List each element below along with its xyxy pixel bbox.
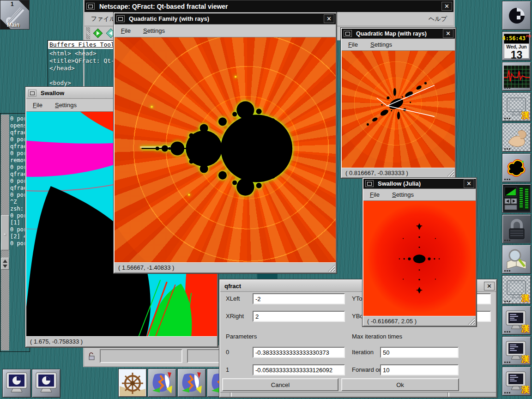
ekg-monitor-icon xyxy=(504,66,530,88)
appicon-xterm[interactable] xyxy=(32,369,60,398)
list-item: <html> <head> xyxy=(49,50,121,57)
workspace-name: Main xyxy=(7,22,19,28)
appicon-xterm[interactable] xyxy=(2,369,31,398)
kanji-glyph: 漢 xyxy=(521,293,529,303)
netscape-titlebar[interactable]: Netscape: QFract: Qt-based fractal viewe… xyxy=(85,0,453,12)
kanji-glyph: 漢 xyxy=(521,323,529,334)
dock-tile-kterm-ghost[interactable]: 漢 xyxy=(502,92,531,121)
clip-next-arrow[interactable] xyxy=(19,0,29,11)
close-icon[interactable]: ✕ xyxy=(324,14,334,23)
dock-tile-kterm[interactable]: 漢 xyxy=(502,336,531,365)
resize-grip[interactable] xyxy=(328,265,335,272)
window-menu-button[interactable] xyxy=(116,15,125,22)
workspace-number: 1 xyxy=(11,1,14,7)
julia-canvas[interactable] xyxy=(363,201,476,316)
clock-ampm: PM xyxy=(526,34,531,38)
forward-orbit-input[interactable] xyxy=(380,364,459,375)
menu-file[interactable]: File xyxy=(121,27,131,34)
menu-file[interactable]: File xyxy=(33,102,42,109)
quadratic-map-title: Quadratic Map (with rays) xyxy=(356,30,427,37)
status-panel xyxy=(100,349,182,363)
dock-tile-kterm[interactable]: 漢 xyxy=(502,306,531,335)
dock-tile-monitor-graph[interactable] xyxy=(502,62,531,91)
quadratic-map-statusbar: ( 0.816667, -0.383333 ) xyxy=(342,168,455,177)
quadratic-family-coordinates: ( 1.56667, -1.40833 ) xyxy=(118,264,174,271)
iteration-input[interactable] xyxy=(380,347,459,358)
quadratic-map-titlebar[interactable]: Quadratic Map (with rays) ✕ xyxy=(342,29,455,39)
swallow-julia-titlebar[interactable]: Swallow (Julia) ✕ xyxy=(363,179,476,189)
security-lock-icon[interactable] xyxy=(88,352,95,360)
scroll-up-icon[interactable] xyxy=(3,260,7,263)
menu-settings[interactable]: Settings xyxy=(392,191,414,198)
back-arrow-icon[interactable] xyxy=(93,28,103,38)
resize-grip[interactable] xyxy=(468,318,475,325)
appicon-helm[interactable] xyxy=(118,369,147,397)
close-icon[interactable]: ✕ xyxy=(464,179,474,188)
dock-tile-dictionary[interactable] xyxy=(502,245,531,274)
desktop: 1 Main Netscape: QFract: Qt-based fracta… xyxy=(0,0,532,399)
close-icon[interactable]: ✕ xyxy=(443,29,453,38)
menu-file-jp[interactable]: ファイル xyxy=(91,15,115,23)
resize-grip[interactable] xyxy=(447,169,454,176)
scroll-down-icon[interactable] xyxy=(3,265,7,268)
menu-file[interactable]: File xyxy=(348,41,358,48)
dock-tile-kterm[interactable]: 漢 xyxy=(502,367,531,396)
toolbar-grab-handle[interactable] xyxy=(86,27,90,39)
dock-tile-mixer[interactable] xyxy=(502,184,531,213)
dialog-resize-bar[interactable] xyxy=(220,392,496,397)
dock-tile-kterm-ghost[interactable]: 漢 xyxy=(502,275,531,304)
max-iteration-label: Max iteration times xyxy=(352,331,402,342)
dock-tile-wmaker-logo[interactable] xyxy=(502,1,531,30)
qfract-dialog-title: qfract xyxy=(224,283,241,290)
clock-time-display: 4:56:43 PM xyxy=(504,34,529,44)
close-icon[interactable]: ✕ xyxy=(484,282,495,290)
clock-time: 4:56:43 xyxy=(502,34,526,42)
kanji-glyph: 漢 xyxy=(521,110,529,121)
dock-tile-hands-ghost[interactable] xyxy=(502,123,531,152)
kanji-glyph: 漢 xyxy=(521,384,529,395)
dock-tile-qfract[interactable] xyxy=(502,153,531,182)
menu-settings[interactable]: Settings xyxy=(143,27,165,34)
dock-tile-lock[interactable] xyxy=(502,214,531,243)
xleft-input[interactable] xyxy=(253,293,345,304)
hands-icon xyxy=(505,127,529,149)
scrollbar-arrows[interactable] xyxy=(1,258,9,270)
cancel-button[interactable]: Cancel xyxy=(222,378,339,391)
swallow-julia-window: Swallow (Julia) ✕ File Settings xyxy=(363,178,477,326)
appicon-qfract-window[interactable] xyxy=(148,369,176,397)
scrollbar-thumb[interactable] xyxy=(1,215,9,250)
emacs-menubar[interactable]: Buffers Files Tools xyxy=(48,41,122,49)
xright-input[interactable] xyxy=(253,311,345,322)
netscape-title: Netscape: QFract: Qt-based fractal viewe… xyxy=(99,3,228,10)
workspace-clip[interactable]: 1 Main xyxy=(0,0,30,30)
window-menu-button[interactable] xyxy=(344,30,352,37)
menu-settings[interactable]: Settings xyxy=(55,102,77,109)
window-menu-button[interactable] xyxy=(365,180,374,187)
quadratic-family-titlebar[interactable]: Quadratic Family (with rays) ✕ xyxy=(115,13,336,24)
param0-label: 0 xyxy=(226,347,229,358)
list-item: </head> xyxy=(49,65,121,72)
dock-tile-clock[interactable]: 4:56:43 PM Wed, Jun 13 xyxy=(502,31,531,60)
menu-help-jp[interactable]: ヘルプ xyxy=(429,15,447,23)
menu-settings[interactable]: Settings xyxy=(370,41,392,48)
param0-input[interactable] xyxy=(253,347,345,358)
window-menu-button[interactable] xyxy=(86,3,95,10)
param1-input[interactable] xyxy=(253,364,345,375)
iteration-label: Iteration xyxy=(352,347,374,358)
list-item: <title>QFract: Qt-ba xyxy=(49,57,121,65)
quadratic-map-canvas[interactable] xyxy=(342,51,455,168)
menu-file[interactable]: File xyxy=(370,191,380,198)
clock-day: 13 xyxy=(504,49,529,60)
list-item xyxy=(49,72,121,79)
magnifier-book-icon xyxy=(505,248,529,271)
parameters-label: Parameters xyxy=(226,331,257,342)
quadratic-family-title: Quadratic Family (with rays) xyxy=(129,15,209,22)
mandelbrot-canvas[interactable] xyxy=(115,37,336,262)
ok-button[interactable]: Ok xyxy=(341,378,459,391)
window-menu-button[interactable] xyxy=(28,90,36,97)
quadratic-map-coordinates: ( 0.816667, -0.383333 ) xyxy=(345,169,408,176)
swallow-julia-title: Swallow (Julia) xyxy=(378,180,421,187)
resize-notch xyxy=(230,393,232,397)
close-icon[interactable]: ✕ xyxy=(441,2,452,11)
appicon-qfract-window[interactable] xyxy=(177,369,206,397)
